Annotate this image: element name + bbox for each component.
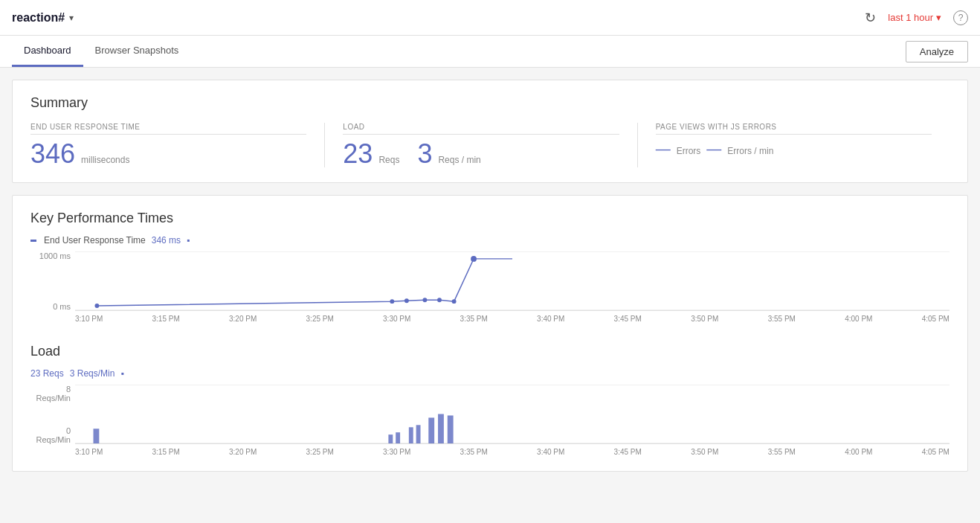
- load-x-label-9: 3:55 PM: [768, 448, 796, 456]
- nav-tabs: Dashboard Browser Snapshots Analyze: [0, 36, 980, 68]
- main-content: Summary END USER RESPONSE TIME 346 milli…: [0, 68, 980, 484]
- performance-legend-dot: [30, 240, 36, 242]
- metric-load-values: 23 Reqs 3 Reqs / min: [343, 141, 619, 167]
- svg-point-6: [437, 298, 442, 302]
- load-x-label-7: 3:45 PM: [614, 448, 642, 456]
- svg-rect-14: [409, 427, 413, 443]
- load-chart-wrapper: 8 Reqs/Min 0 Reqs/Min: [30, 385, 950, 456]
- header-right: ↻ last 1 hour ▾ ?: [865, 10, 968, 26]
- nav-tabs-left: Dashboard Browser Snapshots: [12, 36, 190, 67]
- svg-rect-15: [416, 425, 421, 443]
- app-dropdown-icon[interactable]: ▾: [69, 13, 74, 23]
- metric-js-errors-label: PAGE VIEWS WITH JS ERRORS: [656, 123, 932, 135]
- performance-y-max: 1000 ms: [30, 251, 71, 260]
- metric-response-time-label: END USER RESPONSE TIME: [30, 123, 306, 135]
- summary-metrics: END USER RESPONSE TIME 346 milliseconds …: [30, 123, 950, 167]
- refresh-icon[interactable]: ↻: [865, 10, 876, 26]
- metric-response-time-values: 346 milliseconds: [30, 141, 306, 167]
- header: reaction# ▾ ↻ last 1 hour ▾ ?: [0, 0, 980, 36]
- x-label-10: 4:00 PM: [845, 315, 872, 323]
- performance-chart-area: 3:10 PM 3:15 PM 3:20 PM 3:25 PM 3:30 PM …: [75, 251, 950, 323]
- metric-load-reqs-unit: Reqs: [378, 155, 399, 165]
- load-legend: 23 Reqs 3 Reqs/Min ▪: [30, 368, 950, 379]
- performance-x-labels: 3:10 PM 3:15 PM 3:20 PM 3:25 PM 3:30 PM …: [75, 313, 950, 323]
- load-x-label-1: 3:15 PM: [152, 448, 180, 456]
- load-y-min: 0 Reqs/Min: [30, 426, 71, 444]
- svg-point-8: [471, 256, 477, 262]
- x-label-3: 3:25 PM: [306, 315, 334, 323]
- help-icon[interactable]: ?: [953, 10, 968, 25]
- svg-rect-16: [428, 417, 434, 443]
- metric-js-errors-values: — Errors — Errors / min: [656, 141, 932, 158]
- metric-js-errors-min-value: —: [706, 141, 721, 158]
- performance-legend-label: End User Response Time: [44, 235, 146, 246]
- load-x-label-4: 3:30 PM: [383, 448, 410, 456]
- metric-response-time: END USER RESPONSE TIME 346 milliseconds: [30, 123, 325, 167]
- load-legend-reqs: 23 Reqs: [30, 368, 64, 379]
- load-x-label-2: 3:20 PM: [229, 448, 257, 456]
- x-label-11: 4:05 PM: [922, 315, 950, 323]
- load-chart-svg: [75, 385, 950, 444]
- performance-y-axis: 1000 ms 0 ms: [30, 251, 75, 311]
- summary-title: Summary: [30, 95, 950, 111]
- x-label-8: 3:50 PM: [691, 315, 718, 323]
- load-legend-reqs-min: 3 Reqs/Min: [70, 368, 115, 379]
- metric-load-reqs-value: 23: [343, 141, 373, 167]
- load-legend-indicator: ▪: [120, 368, 123, 379]
- tab-browser-snapshots[interactable]: Browser Snapshots: [83, 36, 191, 67]
- svg-rect-11: [94, 429, 100, 443]
- x-label-1: 3:15 PM: [152, 315, 180, 323]
- analyze-button[interactable]: Analyze: [906, 41, 968, 62]
- performance-card: Key Performance Times End User Response …: [12, 195, 968, 472]
- metric-load-reqs-min-unit: Reqs / min: [438, 155, 480, 165]
- x-label-9: 3:55 PM: [768, 315, 796, 323]
- metric-load-label: LOAD: [343, 123, 619, 135]
- load-y-axis: 8 Reqs/Min 0 Reqs/Min: [30, 385, 75, 444]
- load-section: Load 23 Reqs 3 Reqs/Min ▪ 8 Reqs/Min 0 R…: [30, 344, 950, 456]
- metric-load: LOAD 23 Reqs 3 Reqs / min: [343, 123, 637, 167]
- x-label-2: 3:20 PM: [229, 315, 257, 323]
- svg-point-2: [94, 304, 99, 308]
- performance-y-min: 0 ms: [30, 302, 71, 311]
- svg-point-3: [390, 299, 394, 304]
- x-label-0: 3:10 PM: [75, 315, 103, 323]
- load-x-label-10: 4:00 PM: [845, 448, 872, 456]
- load-title: Load: [30, 344, 950, 359]
- svg-point-5: [422, 298, 427, 302]
- x-label-7: 3:45 PM: [614, 315, 642, 323]
- performance-legend: End User Response Time 346 ms ▪: [30, 235, 950, 246]
- summary-card: Summary END USER RESPONSE TIME 346 milli…: [12, 80, 968, 183]
- performance-chart-svg: [75, 251, 950, 311]
- app-title: reaction#: [12, 11, 65, 25]
- svg-rect-12: [388, 434, 393, 443]
- metric-response-time-value: 346: [30, 141, 75, 167]
- load-x-label-5: 3:35 PM: [460, 448, 488, 456]
- x-label-6: 3:40 PM: [537, 315, 564, 323]
- load-x-label-11: 4:05 PM: [922, 448, 950, 456]
- performance-chart-wrapper: 1000 ms 0 ms: [30, 251, 950, 323]
- load-x-label-3: 3:25 PM: [306, 448, 334, 456]
- load-x-label-6: 3:40 PM: [537, 448, 564, 456]
- load-x-label-8: 3:50 PM: [691, 448, 718, 456]
- performance-title: Key Performance Times: [30, 211, 950, 226]
- time-range-label: last 1 hour: [888, 12, 933, 23]
- x-label-4: 3:30 PM: [383, 315, 410, 323]
- time-selector[interactable]: last 1 hour ▾: [888, 12, 941, 23]
- time-selector-chevron: ▾: [936, 12, 941, 23]
- load-y-max: 8 Reqs/Min: [30, 385, 71, 402]
- tab-dashboard[interactable]: Dashboard: [12, 36, 83, 67]
- x-label-5: 3:35 PM: [460, 315, 488, 323]
- svg-rect-18: [448, 415, 454, 443]
- svg-point-7: [452, 299, 457, 304]
- load-chart-area: 3:10 PM 3:15 PM 3:20 PM 3:25 PM 3:30 PM …: [75, 385, 950, 456]
- performance-legend-value: 346 ms: [152, 235, 181, 246]
- svg-point-4: [404, 298, 409, 303]
- metric-js-errors-value: —: [656, 141, 671, 158]
- load-x-label-0: 3:10 PM: [75, 448, 103, 456]
- metric-js-errors-unit: Errors: [677, 146, 701, 156]
- metric-response-time-unit: milliseconds: [81, 155, 129, 165]
- metric-js-errors-min-unit: Errors / min: [727, 146, 773, 156]
- load-x-labels: 3:10 PM 3:15 PM 3:20 PM 3:25 PM 3:30 PM …: [75, 446, 950, 456]
- svg-rect-13: [396, 432, 400, 443]
- metric-load-reqs-min-value: 3: [417, 141, 432, 167]
